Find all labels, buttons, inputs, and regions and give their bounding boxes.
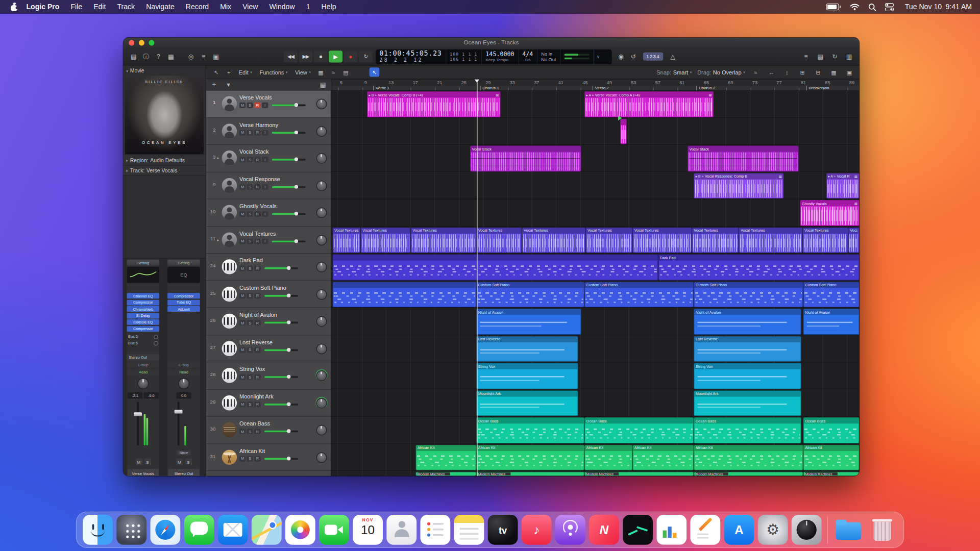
volume-slider[interactable] (264, 431, 298, 433)
track-mute-button[interactable]: M (239, 456, 246, 461)
dock-news[interactable]: N (589, 515, 619, 545)
list-editors-icon[interactable]: ≡ (801, 51, 812, 62)
app-menu[interactable]: Logic Pro (20, 3, 65, 11)
track-mute-button[interactable]: M (239, 130, 246, 135)
volume-slider[interactable] (272, 159, 306, 161)
lcd-display[interactable]: 01:00:45:05.23 28 2 2 12 100 1 1 1 106 1… (376, 49, 612, 64)
track-mute-button[interactable]: M (239, 429, 246, 434)
strip-automation-button[interactable]: Read (167, 369, 200, 375)
track-input-monitor-button[interactable]: I (262, 103, 268, 108)
track-record-enable-button[interactable]: R (254, 456, 260, 461)
track-mute-button[interactable]: M (239, 320, 246, 325)
strip-fader[interactable] (167, 400, 200, 447)
track-mute-button[interactable]: M (239, 265, 246, 271)
apple-menu[interactable] (10, 2, 18, 11)
dock-pages[interactable] (690, 515, 720, 545)
strip-mute-button[interactable]: M (176, 459, 183, 465)
region-custom-soft-piano[interactable]: Custom Soft Piano (476, 282, 584, 308)
track-solo-button[interactable]: S (247, 157, 253, 162)
plugin-slot-chromaverb[interactable]: ChromaVerb (127, 306, 160, 312)
menu-view[interactable]: View (237, 3, 263, 11)
track-record-enable-button[interactable]: R (254, 157, 260, 162)
timeline-ruler[interactable]: 5913172125293337414549535761656973778185… (331, 80, 860, 91)
pan-knob[interactable] (137, 378, 149, 389)
dock-tv[interactable]: tv (488, 515, 518, 545)
browsers-icon[interactable]: ▥ (844, 51, 854, 62)
dock-reminders[interactable] (420, 515, 450, 545)
menu-1[interactable]: 1 (301, 3, 316, 11)
track-record-enable-button[interactable]: R (254, 130, 260, 135)
strip-mute-button[interactable]: M (135, 459, 142, 465)
count-in-button[interactable]: 1234 (643, 53, 663, 61)
volume-slider[interactable] (264, 294, 298, 296)
transport-cycle-button[interactable]: ↻ (359, 51, 373, 62)
add-track-icon[interactable]: + (209, 80, 219, 90)
arrangement-marker-breakdown[interactable]: Breakdown (806, 86, 829, 91)
transport-play-button[interactable]: ▶ (329, 51, 342, 62)
region-string-vox[interactable]: String Vox (694, 363, 801, 389)
arrange-body[interactable]: ▸ B ≈Verse Vocals: Comp B (+4)⊠▸ A ≈Vers… (331, 91, 860, 477)
track-record-enable-button[interactable]: R (254, 211, 260, 217)
plugin-slot-compressor[interactable]: Compressor (167, 293, 200, 298)
region-ocean-bass[interactable]: Ocean Bass (584, 417, 694, 443)
strip-eq-thumbnail[interactable]: EQ (167, 267, 200, 283)
track-mute-button[interactable]: M (239, 184, 246, 190)
fader-thumb[interactable] (134, 412, 142, 416)
pan-knob[interactable] (316, 425, 327, 436)
track-input-monitor-button[interactable]: I (262, 157, 268, 162)
track-solo-button[interactable]: S (247, 347, 253, 353)
track-solo-button[interactable]: S (247, 456, 253, 461)
stack-disclosure-icon[interactable]: ▸ (215, 227, 220, 253)
track-mute-button[interactable]: M (239, 103, 246, 108)
volume-slider[interactable] (272, 132, 306, 134)
plugin-slot-compressor[interactable]: Compressor (127, 299, 160, 305)
track-record-enable-button[interactable]: R (254, 374, 260, 380)
track-header-african-kit[interactable]: 31African KitMSR (206, 444, 331, 471)
send-slot-bus-6[interactable]: Bus 6 (127, 340, 160, 346)
region-vocal-textures[interactable]: Vocal Textures (522, 227, 585, 253)
volume-slider[interactable] (264, 322, 298, 324)
transport-rewind-button[interactable]: ◀◀ (284, 51, 298, 62)
pan-knob[interactable] (316, 452, 327, 463)
zoom-vertical-icon[interactable]: ↕ (782, 67, 792, 77)
region-modern-machines[interactable]: Modern Machines (803, 471, 859, 476)
arrange-menu-view[interactable]: View▾ (292, 69, 313, 75)
plugin-slot-channel-eq[interactable]: Channel EQ (127, 293, 160, 298)
volume-slider[interactable] (272, 186, 306, 188)
menu-bar-date[interactable]: Tue Nov 10 (903, 3, 944, 11)
region-string-vox[interactable]: String Vox (476, 363, 578, 389)
dock-music[interactable]: ♪ (522, 515, 552, 545)
region-african-kit[interactable]: African Kit (476, 444, 584, 470)
dock-facetime[interactable] (319, 515, 349, 545)
marquee-tool-icon[interactable]: + (224, 67, 234, 77)
pan-knob[interactable] (316, 397, 327, 408)
track-record-enable-button[interactable]: R (254, 184, 260, 190)
track-solo-button[interactable]: S (247, 130, 253, 135)
replace-icon[interactable]: ↺ (628, 51, 639, 62)
dock-notes[interactable] (454, 515, 484, 545)
dock-launchpad[interactable] (116, 515, 146, 545)
volume-slider[interactable] (272, 104, 306, 106)
region-modern-machines[interactable]: Modern Machines (694, 471, 803, 476)
playhead[interactable] (477, 80, 477, 477)
track-header-string-vox[interactable]: 28String VoxMSR (206, 362, 331, 389)
region-loop-icon[interactable]: ⊠ (496, 92, 499, 97)
region-vocal-textures[interactable]: Vocal Textures (692, 227, 739, 253)
plugin-slot-adlimit[interactable]: AdLimit (167, 306, 200, 312)
region-lost-reverse[interactable]: Lost Reverse (694, 336, 801, 362)
track-record-enable-button[interactable]: R (254, 429, 260, 434)
plugin-slot-tube-eq[interactable]: Tube EQ (167, 299, 200, 305)
dock-calendar[interactable]: NOV10 (353, 515, 383, 545)
region-vocal-r[interactable]: ▸ A ≈Vocal R⊠ (826, 173, 860, 199)
dock-messages[interactable] (184, 515, 214, 545)
zoom-waveform-icon[interactable]: ≈ (751, 67, 761, 77)
wifi-icon[interactable] (850, 3, 859, 11)
arrangement-marker-chorus-2[interactable]: Chorus 2 (696, 86, 715, 91)
strip-setting-button[interactable]: Setting (167, 260, 200, 265)
pan-knob[interactable] (316, 208, 327, 218)
track-solo-button[interactable]: S (247, 103, 253, 108)
region-night-of-avalon[interactable]: Night of Avalon (803, 309, 859, 335)
pan-knob[interactable] (316, 180, 327, 191)
left-click-tool-button[interactable]: ↖ (370, 67, 380, 77)
volume-slider[interactable] (264, 267, 298, 269)
